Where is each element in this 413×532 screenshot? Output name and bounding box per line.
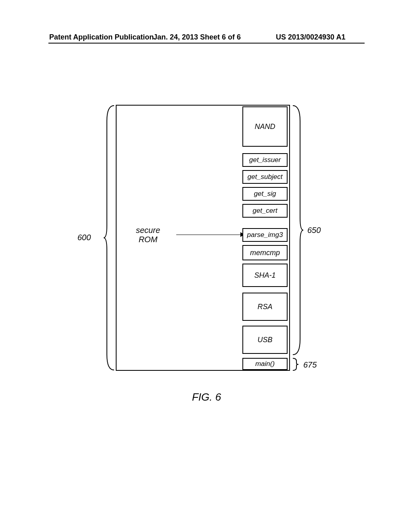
box-rsa: RSA: [242, 293, 288, 321]
box-get-issuer: get_issuer: [242, 153, 288, 167]
header-rule: [48, 43, 365, 44]
secure-rom-label-line1: secure: [136, 226, 160, 235]
box-get-subject: get_subject: [242, 170, 288, 184]
secure-rom-label: secure ROM: [120, 226, 176, 244]
figure-6-diagram: secure ROM NAND get_issuer get_subject g…: [0, 105, 413, 387]
box-nand-label: NAND: [254, 123, 275, 131]
box-nand: NAND: [242, 106, 288, 147]
ref-650: 650: [307, 226, 321, 235]
header-left: Patent Application Publication: [49, 33, 154, 42]
box-get-sig: get_sig: [242, 187, 288, 201]
box-usb: USB: [242, 326, 288, 354]
box-parse-img3-label: parse_img3: [247, 231, 283, 239]
box-get-issuer-label: get_issuer: [249, 156, 281, 164]
box-memcmp-label: memcmp: [250, 249, 280, 257]
arrow-to-parse-img3: [176, 235, 242, 235]
box-main: main(): [242, 358, 288, 370]
box-get-sig-label: get_sig: [254, 190, 276, 198]
box-usb-label: USB: [257, 336, 272, 344]
box-memcmp: memcmp: [242, 245, 288, 260]
box-rsa-label: RSA: [257, 303, 272, 311]
box-get-cert-label: get_cert: [252, 207, 277, 215]
brace-600-icon: [103, 105, 115, 371]
brace-675-icon: [292, 358, 299, 371]
box-get-subject-label: get_subject: [248, 173, 283, 181]
header-right: US 2013/0024930 A1: [276, 33, 345, 42]
box-get-cert: get_cert: [242, 204, 288, 218]
figure-caption: FIG. 6: [0, 391, 413, 403]
box-main-label: main(): [255, 360, 275, 368]
box-parse-img3: parse_img3: [242, 228, 288, 242]
ref-600: 600: [77, 233, 91, 242]
brace-650-icon: [292, 105, 304, 355]
box-sha1: SHA-1: [242, 264, 288, 287]
ref-675: 675: [303, 360, 317, 370]
box-sha1-label: SHA-1: [254, 271, 275, 280]
header-middle: Jan. 24, 2013 Sheet 6 of 6: [153, 33, 241, 42]
secure-rom-label-line2: ROM: [139, 235, 158, 244]
